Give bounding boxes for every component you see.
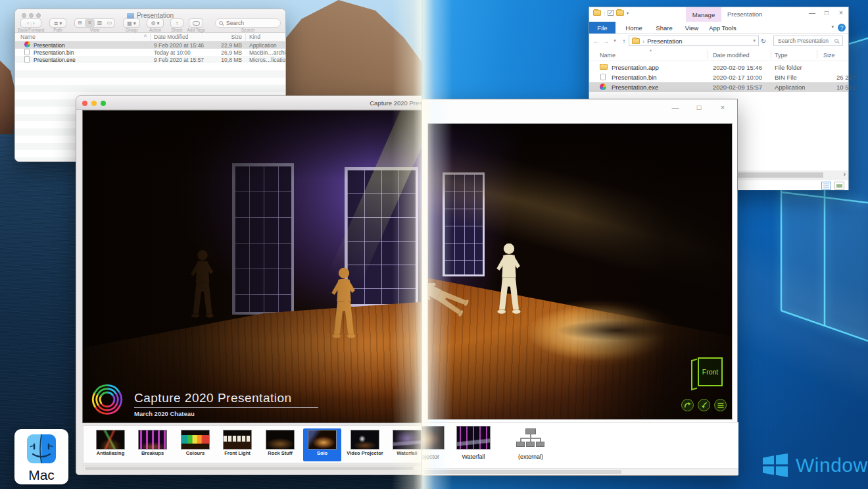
thumbnail-scrollbar[interactable] [83, 465, 426, 471]
finder-search-field[interactable] [215, 18, 281, 28]
search-icon [834, 39, 838, 43]
action-button[interactable]: ⚙▾ [147, 18, 164, 28]
back-forward-buttons[interactable]: ‹|› [20, 18, 41, 28]
capture-mac-titlebar[interactable]: Capture 2020 Presentation [76, 96, 426, 110]
column-header-name[interactable]: Name [20, 34, 36, 40]
gear-icon: ⚙ [151, 20, 155, 26]
manage-contextual-tab[interactable]: Manage [686, 7, 721, 22]
folder-icon [127, 13, 134, 18]
capture-logo-subtitle: March 2020 Chateau [134, 410, 318, 417]
large-icons-view-toggle[interactable] [834, 182, 844, 190]
pan-button[interactable] [698, 399, 710, 411]
column-header-date[interactable]: Date Modified [154, 34, 188, 40]
minimize-button[interactable]: — [669, 103, 682, 111]
properties-checkbox-icon[interactable]: ✓ [608, 10, 614, 16]
maximize-button[interactable]: □ [821, 9, 832, 16]
scrollbar-thumb[interactable] [424, 470, 621, 474]
column-header-name[interactable]: Name [600, 52, 615, 59]
app-spiral-icon [24, 41, 30, 49]
view-switcher[interactable]: ⊞≡▥▭ [74, 18, 115, 28]
file-row-bin[interactable]: Presentation.bin Today at 10:00 26,9 MB … [15, 49, 285, 56]
add-tags-button[interactable] [189, 18, 203, 28]
address-dropdown-icon[interactable]: ▾ [753, 38, 756, 43]
new-folder-icon[interactable] [616, 10, 624, 16]
path-button[interactable]: ≣▾ [49, 18, 66, 28]
column-header-size[interactable]: Size [206, 34, 242, 40]
explorer-search-field[interactable] [773, 36, 843, 46]
close-button[interactable]: × [716, 103, 729, 111]
sort-caret: ▴ [650, 47, 652, 52]
customize-qat-icon[interactable]: ▾ [627, 11, 629, 15]
capture-win-viewport[interactable]: Front [427, 123, 733, 420]
forward-icon[interactable]: › [33, 20, 35, 26]
breadcrumb-folder[interactable]: Presentation [647, 38, 682, 45]
thumbnail-video-projector-partial[interactable]: Projector [422, 426, 446, 460]
tab-view[interactable]: View [680, 22, 704, 34]
tab-file[interactable]: File [589, 22, 615, 34]
column-view-icon[interactable]: ▥ [95, 19, 105, 27]
gallery-view-icon[interactable]: ▭ [105, 19, 114, 27]
thumbnail-external[interactable]: (external) [508, 426, 554, 460]
thumbnail-scrollbar[interactable] [422, 468, 738, 475]
file-row-bin[interactable]: Presentation.bin 2020-02-17 10:00 BIN Fi… [589, 72, 848, 82]
file-row-exe[interactable]: Presentation.exe 9 Feb 2020 at 15:57 10,… [15, 56, 285, 63]
search-input[interactable] [777, 37, 834, 45]
thumbnail-image [393, 430, 422, 450]
hamburger-menu-icon [717, 401, 725, 409]
thumbnail-colours[interactable]: Colours [176, 428, 214, 461]
tab-home[interactable]: Home [621, 22, 647, 34]
app-spiral-icon [600, 84, 606, 91]
scroll-right-icon[interactable]: › [844, 170, 846, 178]
column-header-type[interactable]: Type [775, 52, 788, 59]
minimize-button[interactable]: — [806, 9, 818, 16]
cube-front-face[interactable]: Front [698, 357, 723, 386]
view-orientation-cube[interactable]: Front [691, 356, 723, 390]
tab-app-tools[interactable]: App Tools [705, 22, 740, 34]
thumbnail-video-projector[interactable]: Video Projector [346, 428, 384, 461]
tab-share[interactable]: Share [651, 22, 677, 34]
column-header-date[interactable]: Date modified [713, 52, 750, 59]
capture-mac-viewport[interactable]: Capture 2020 Presentation March 2020 Cha… [83, 111, 426, 423]
column-header-kind[interactable]: Kind [249, 34, 260, 40]
toolbar-label: Back/Forward [18, 28, 44, 32]
thumbnail-image [266, 430, 295, 450]
back-icon[interactable]: ← [592, 38, 601, 45]
thumbnail-front-light[interactable]: Front Light [218, 428, 256, 461]
recent-locations-icon[interactable]: ▾ [610, 38, 619, 43]
up-icon[interactable]: ↑ [619, 38, 629, 45]
close-button[interactable]: × [835, 9, 847, 16]
thumbnail-antialiasing[interactable]: Antialiasing [91, 428, 130, 461]
folder-icon[interactable] [593, 10, 601, 16]
thumbnail-rock-stuff[interactable]: Rock Stuff [261, 428, 299, 461]
menu-button[interactable] [714, 399, 727, 411]
thumbnail-image [308, 430, 337, 450]
document-icon [24, 56, 30, 64]
refresh-icon[interactable]: ↻ [759, 38, 768, 45]
list-view-icon[interactable]: ≡ [85, 19, 95, 27]
share-icon: ↑ [176, 20, 178, 26]
thumbnail-breakups[interactable]: Breakups [133, 428, 172, 461]
search-input[interactable] [225, 19, 271, 27]
forward-icon[interactable]: → [601, 38, 610, 45]
file-row-presentation[interactable]: Presentation 9 Feb 2020 at 15:46 22,9 MB… [15, 41, 285, 49]
group-button[interactable]: ▦▾ [123, 18, 140, 28]
orbit-button[interactable] [681, 399, 694, 411]
help-icon[interactable]: ? [838, 24, 846, 32]
thumbnail-waterfall[interactable]: Waterfall [388, 428, 426, 461]
windows-logo-icon [761, 453, 789, 478]
icon-view-icon[interactable]: ⊞ [75, 19, 85, 27]
share-button[interactable]: ↑ [170, 18, 183, 28]
explorer-titlebar[interactable]: | ✓ ▾ Manage Presentation — □ × [589, 7, 848, 22]
maximize-button[interactable]: □ [692, 103, 706, 111]
scrollbar-thumb[interactable] [85, 467, 414, 470]
capture-win-titlebar[interactable]: — □ × [422, 99, 737, 123]
breadcrumb[interactable]: › Presentation ▾ [629, 36, 759, 46]
thumbnail-solo-selected[interactable]: Solo [303, 428, 341, 461]
back-icon[interactable]: ‹ [27, 20, 29, 26]
thumbnail-waterfall[interactable]: Waterfall [454, 426, 493, 460]
collapse-ribbon-icon[interactable]: ▾ [831, 24, 834, 30]
file-row-exe-selected[interactable]: Presentation.exe 2020-02-09 15:57 Applic… [589, 82, 848, 92]
details-view-toggle[interactable] [821, 182, 831, 190]
file-row-app[interactable]: Presentation.app 2020-02-09 15:46 File f… [589, 63, 848, 72]
column-header-size[interactable]: Size [823, 52, 835, 59]
